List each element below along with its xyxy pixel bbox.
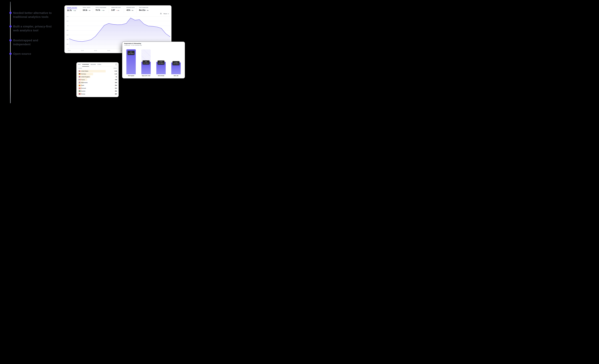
country-visitors-value: 292	[115, 90, 117, 92]
country-name: Germany	[81, 73, 86, 75]
de-flag-icon	[79, 73, 80, 75]
tab-cities[interactable]: CITIES	[97, 62, 101, 66]
timeline-item: Built a simpler, privacy-firstweb analyt…	[9, 25, 52, 32]
country-name: Spain	[81, 85, 84, 86]
timeline-item: Open-source	[9, 52, 31, 56]
country-cell: Spain	[78, 85, 84, 86]
stat-total-pageviews[interactable]: TOTAL PAGEVIEWS70.7k↗1%	[93, 7, 109, 13]
y-axis-tick-label: 0	[68, 48, 68, 49]
stat-change-badge: ↘1%	[116, 10, 119, 11]
stat-value: 3.97	[111, 9, 115, 11]
stat-label-text: VISIT DURATION	[139, 7, 148, 9]
interval-dropdown[interactable]: Hours	[164, 13, 169, 14]
es-flag-icon	[79, 85, 80, 86]
tab-countries[interactable]: COUNTRIES	[82, 62, 89, 66]
stats-row: UNIQUE VISITORS10.7k↗1%TOTAL VISITS18.1k…	[64, 5, 171, 13]
funnel-tooltip: 49.55%(111 Visitors)	[158, 61, 165, 65]
stat-change-badge: 0%	[147, 10, 149, 11]
stat-value: 10.7k	[67, 9, 72, 11]
country-row[interactable]: Denmark313	[78, 87, 117, 90]
country-row[interactable]: Sweden292	[78, 90, 117, 93]
stat-change-badge: ↗1%	[102, 10, 105, 11]
funnel-step-label: Visit /activate	[156, 75, 166, 76]
stat-visit-duration[interactable]: VISIT DURATION8m 21s0%	[137, 7, 171, 13]
x-axis-tick-label: 03:00	[81, 50, 84, 51]
country-row[interactable]: United Kingdom1k	[78, 75, 117, 78]
funnel-bar-area: 50%(112 Visitors)	[141, 49, 151, 74]
country-visitors-value: 334	[115, 85, 117, 86]
country-row[interactable]: Netherlands449	[78, 81, 117, 84]
funnel-tooltip-visitors: (224 Visitors)	[128, 53, 134, 54]
country-cell: Norway	[78, 93, 85, 95]
country-visitors-value: 2.2k	[115, 71, 117, 72]
country-row[interactable]: Germany1.2k	[78, 73, 117, 75]
funnel-step[interactable]: 47.32%(106 Visitors)Add a site	[171, 49, 181, 76]
country-row[interactable]: United States2.2k	[78, 70, 117, 73]
se-flag-icon	[79, 90, 80, 92]
country-visitors-value: 313	[115, 88, 117, 89]
stat-label: BOUNCE RATE	[126, 7, 136, 9]
funnel-bar-area: 47.32%(106 Visitors)	[171, 49, 181, 74]
stat-label: TOTAL PAGEVIEWS	[96, 7, 109, 9]
y-axis-tick-label: 400	[67, 39, 68, 40]
country-name: Sweden	[81, 90, 85, 92]
timeline-item-text: Built a simpler, privacy-firstweb analyt…	[13, 25, 52, 32]
funnel-bar-area: 100%(224 Visitors)	[126, 49, 136, 74]
funnel-tooltip: 100%(224 Visitors)	[128, 51, 134, 55]
stat-label: VIEWS PER VISIT	[111, 7, 124, 9]
funnel-step[interactable]: 50%(112 Visitors)Sign up for a trial	[141, 49, 151, 76]
timeline-text-line: Needed better alternative to	[13, 11, 52, 15]
stat-value-row: 18.1k0%	[83, 9, 93, 11]
stat-label: UNIQUE VISITORS	[67, 7, 80, 9]
country-cell: Sweden	[78, 90, 85, 92]
stat-label-text: TOTAL VISITS	[83, 7, 90, 9]
y-axis-tick-label: 600	[67, 34, 68, 36]
stat-bounce-rate[interactable]: BOUNCE RATE41%0%	[124, 7, 137, 13]
timeline-item-text: Needed better alternative totraditional …	[13, 11, 52, 19]
stat-value-row: 10.7k↗1%	[67, 9, 80, 11]
chart-toolbar: Hours	[160, 13, 169, 15]
funnel-tooltip-visitors: (106 Visitors)	[173, 63, 179, 65]
country-cell: Germany	[78, 73, 86, 75]
y-axis-tick-label: 1k	[67, 25, 68, 26]
funnel-tooltip-percent: 47.32%	[173, 62, 179, 63]
funnel-step-label: Sign up for a trial	[141, 75, 151, 76]
country-name: United States	[81, 71, 88, 72]
country-cell: Netherlands	[78, 82, 88, 83]
timeline-text-line: Bootstrapped and	[13, 38, 38, 42]
tab-regions[interactable]: REGIONS	[91, 62, 96, 66]
stat-total-visits[interactable]: TOTAL VISITS18.1k0%	[80, 7, 93, 13]
country-name: France	[81, 79, 85, 80]
country-visitors-value: 1k	[116, 76, 117, 78]
nl-flag-icon	[79, 82, 80, 83]
stat-unique-visitors[interactable]: UNIQUE VISITORS10.7k↗1%	[64, 7, 80, 13]
tab-map[interactable]: MAP	[78, 62, 81, 66]
stat-value-row: 8m 21s0%	[139, 9, 171, 11]
timeline-dot-icon	[9, 12, 12, 14]
funnel-step[interactable]: 49.55%(111 Visitors)Visit /activate	[156, 49, 166, 76]
funnel-card: Registration & Onboarding 4-step funnel …	[122, 42, 185, 78]
stat-value: 70.7k	[96, 9, 100, 11]
y-axis-tick-label: 800	[67, 30, 68, 31]
funnel-step[interactable]: 100%(224 Visitors)Visit /register	[126, 49, 136, 76]
country-row[interactable]: Norway284	[78, 92, 117, 95]
y-axis-tick-label: 200	[67, 44, 68, 45]
us-flag-icon	[79, 71, 80, 72]
y-axis-tick-label: 1.4k	[66, 16, 68, 17]
country-row[interactable]: Spain334	[78, 84, 117, 87]
stat-value: 8m 21s	[139, 9, 145, 11]
funnel-bars: 100%(224 Visitors)Visit /register50%(112…	[126, 49, 181, 76]
country-visitors-value: 740	[115, 79, 117, 80]
funnel-step-label: Add a site	[171, 75, 181, 76]
expand-icon[interactable]	[115, 62, 117, 66]
country-cell: United States	[78, 71, 88, 72]
funnel-dropoff-hatch	[141, 49, 151, 62]
timeline-text-line: traditional analytics tools	[13, 15, 52, 19]
stat-label-text: BOUNCE RATE	[126, 7, 135, 9]
country-row[interactable]: France740	[78, 78, 117, 81]
x-axis-tick-label: 00:00	[68, 50, 71, 51]
x-axis-tick-label: 09:00	[107, 50, 110, 51]
download-icon[interactable]	[160, 13, 162, 15]
stat-views-per-visit[interactable]: VIEWS PER VISIT3.97↘1%	[109, 7, 124, 13]
stat-change-badge: 0%	[89, 10, 90, 11]
